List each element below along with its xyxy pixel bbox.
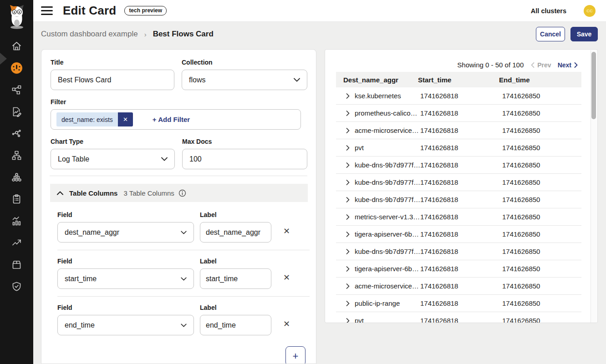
table-row[interactable]: acme-microservice… 1741626818 1741626850 [336,122,581,139]
expand-row-icon[interactable] [346,301,355,306]
pagination: Showing 0 - 50 of 100 Prev Next [457,61,578,69]
expand-row-icon[interactable] [346,214,355,220]
sidebar-item-reports[interactable] [0,101,33,122]
label-label: Label [200,211,271,218]
info-icon[interactable] [178,189,186,197]
label-input[interactable] [200,222,271,243]
row-divider [57,250,310,250]
report-edit-icon [11,106,22,117]
cell-end-time: 1741626850 [502,161,581,169]
table-row[interactable]: tigera-apiserver-6b… 1741626818 17416268… [336,260,581,278]
cell-dest-name-aggr: acme-microservice… [355,282,420,290]
cancel-button[interactable]: Cancel [536,27,565,41]
sidebar-item-trends[interactable] [0,232,33,253]
cell-start-time: 1741626818 [420,144,502,152]
cell-start-time: 1741626818 [420,109,502,117]
table-row[interactable]: kube-dns-9b7d977f… 1741626818 1741626850 [336,191,581,208]
table-row[interactable]: acme-microservice… 1741626818 1741626850 [336,278,581,295]
table-row[interactable]: prometheus-calico… 1741626818 1741626850 [336,105,581,122]
table-row[interactable]: pvt 1741626818 1741626850 [336,139,581,157]
table-row[interactable]: metrics-server-v1.3… 1741626818 17416268… [336,208,581,226]
chevron-up-icon[interactable] [57,191,63,195]
label-input[interactable] [200,268,271,289]
cell-start-time: 1741626818 [420,161,502,169]
field-select[interactable]: start_time [57,268,194,289]
collection-select[interactable]: flows [182,70,307,90]
filter-chip-remove-icon[interactable]: ✕ [118,112,133,126]
max-docs-input[interactable] [182,149,307,169]
sidebar-item-topology[interactable] [0,79,33,101]
cell-start-time: 1741626818 [420,196,502,203]
cell-start-time: 1741626818 [420,213,502,221]
sidebar-item-checklist[interactable] [0,188,33,210]
cell-dest-name-aggr: tigera-apiserver-6b… [355,265,420,273]
section-divider [50,176,307,176]
cell-dest-name-aggr: kube-dns-9b7d977f… [355,196,420,203]
remove-column-icon[interactable]: ✕ [283,273,290,282]
cell-end-time: 1741626850 [502,196,581,203]
expand-row-icon[interactable] [346,318,355,324]
table-columns-header[interactable]: Table Columns 3 Table Columns [50,184,308,202]
filter-box[interactable]: dest_name: exists ✕ + Add Filter [51,109,301,130]
label-label: Label [200,304,271,311]
preview-table-body: kse.kubernetes 1741626818 1741626850 pro… [336,87,581,323]
expand-row-icon[interactable] [346,232,355,237]
table-row[interactable]: kube-dns-9b7d977f… 1741626818 1741626850 [336,174,581,191]
sidebar-item-hierarchy[interactable] [0,144,33,166]
field-select[interactable]: end_time [57,315,194,335]
sidebar-item-clusters[interactable] [0,166,33,188]
expand-row-icon[interactable] [346,145,355,151]
sidebar-item-security[interactable] [0,275,33,297]
remove-column-icon[interactable]: ✕ [283,320,290,328]
expand-row-icon[interactable] [346,111,355,116]
expand-row-icon[interactable] [346,93,355,99]
sidebar-nav [0,35,33,297]
add-column-button[interactable]: + [285,346,306,364]
prev-button[interactable]: Prev [531,61,551,69]
scrollbar-thumb[interactable] [591,52,596,119]
remove-column-icon[interactable]: ✕ [283,227,290,235]
table-row[interactable]: kse.kubernetes 1741626818 1741626850 [336,87,581,105]
expand-row-icon[interactable] [346,249,355,254]
top-bar: Edit Card tech preview All clusters CC [33,0,606,22]
field-select[interactable]: dest_name_aggr [57,222,194,243]
add-filter-link[interactable]: + Add Filter [153,116,190,123]
column-header-start-time: Start_time [418,76,499,84]
breadcrumb-parent[interactable]: Custom dashboard example [41,30,138,39]
expand-row-icon[interactable] [346,197,355,202]
scrollbar-track[interactable] [591,50,597,323]
table-column-row: Field dest_name_aggr Label ✕ [57,211,307,243]
expand-row-icon[interactable] [346,180,355,185]
sidebar-item-packages[interactable] [0,253,33,275]
cell-dest-name-aggr: kube-dns-9b7d977f… [355,161,420,169]
cell-dest-name-aggr: pvt [355,144,420,152]
app-logo[interactable] [0,0,33,33]
table-row[interactable]: kube-dns-9b7d977f… 1741626818 1741626850 [336,243,581,260]
cell-dest-name-aggr: pvt [355,317,420,323]
pagination-showing: Showing 0 - 50 of 100 [457,61,524,69]
next-button[interactable]: Next [558,61,578,69]
save-button[interactable]: Save [570,27,598,41]
avatar[interactable]: CC [584,5,596,17]
title-input[interactable] [51,70,174,90]
cell-end-time: 1741626850 [502,92,581,100]
chart-type-select[interactable]: Log Table [51,149,175,169]
expand-row-icon[interactable] [346,266,355,272]
sidebar-item-graph[interactable] [0,122,33,144]
sidebar-item-analytics[interactable] [0,210,33,232]
app-root: Edit Card tech preview All clusters CC C… [0,0,606,364]
table-row[interactable]: tigera-apiserver-6b… 1741626818 17416268… [336,226,581,243]
expand-row-icon[interactable] [346,128,355,133]
expand-row-icon[interactable] [346,283,355,289]
expand-row-icon[interactable] [346,162,355,168]
cell-start-time: 1741626818 [420,92,502,100]
menu-toggle-icon[interactable] [41,6,53,15]
table-row[interactable]: pvt 1741626818 1741626850 [336,312,581,323]
row-divider [57,296,310,297]
table-row[interactable]: public-ip-range 1741626818 1741626850 [336,295,581,312]
cluster-selector[interactable]: All clusters [531,7,566,15]
label-input[interactable] [200,315,271,335]
cell-start-time: 1741626818 [420,126,502,134]
page-title: Edit Card [63,4,116,18]
table-row[interactable]: kube-dns-9b7d977f… 1741626818 1741626850 [336,157,581,174]
